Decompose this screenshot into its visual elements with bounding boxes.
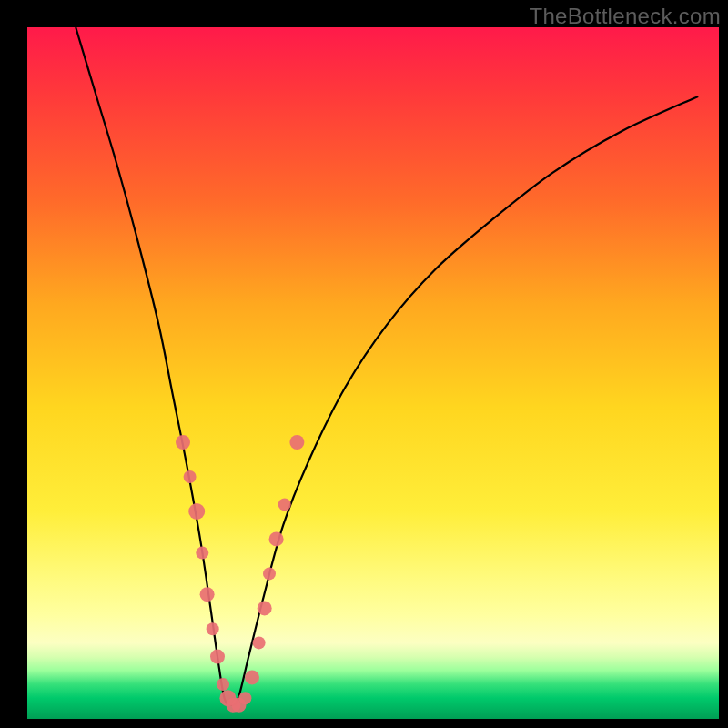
curve-marker bbox=[176, 435, 190, 450]
curve-marker bbox=[269, 531, 284, 546]
curve-marker bbox=[238, 692, 251, 704]
curve-marker bbox=[207, 622, 219, 635]
curve-marker bbox=[196, 547, 208, 560]
curve-marker bbox=[263, 567, 276, 580]
curve-markers bbox=[176, 435, 304, 713]
curve-marker bbox=[210, 650, 225, 664]
bottleneck-curve bbox=[76, 27, 698, 705]
curve-marker bbox=[258, 601, 272, 615]
chart-frame: TheBottleneck.com bbox=[0, 0, 728, 728]
curve-marker bbox=[253, 636, 266, 649]
curve-marker bbox=[278, 498, 291, 511]
curve-marker bbox=[188, 503, 205, 520]
curve-marker bbox=[184, 470, 197, 483]
curve-marker bbox=[245, 670, 259, 684]
chart-svg bbox=[27, 27, 719, 719]
plot-area bbox=[27, 27, 719, 719]
curve-marker bbox=[217, 678, 229, 691]
curve-marker bbox=[200, 587, 215, 602]
curve-marker bbox=[289, 435, 304, 450]
watermark-text: TheBottleneck.com bbox=[529, 4, 721, 29]
